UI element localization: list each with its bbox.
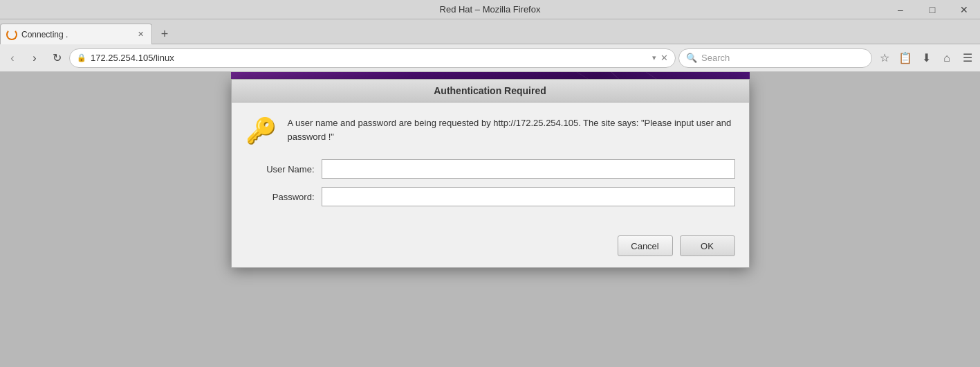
password-input[interactable] xyxy=(322,187,735,206)
refresh-button[interactable]: ↻ xyxy=(47,48,66,68)
loading-spinner xyxy=(6,29,17,40)
menu-button[interactable]: ☰ xyxy=(958,48,977,68)
forward-button[interactable]: › xyxy=(25,48,44,68)
nav-bar: ‹ › ↻ 🔒 172.25.254.105/linux ▾ ✕ 🔍 Searc… xyxy=(0,44,980,72)
home-button[interactable]: ⌂ xyxy=(937,48,956,68)
username-label: User Name: xyxy=(246,164,315,174)
dialog-title: Authentication Required xyxy=(434,85,546,96)
page-content: RED HAT® ENTERPRISE LINUX® 7 performance… xyxy=(0,72,980,367)
minimize-button[interactable]: – xyxy=(885,0,916,19)
lock-icon: 🔒 xyxy=(77,53,86,62)
search-icon: 🔍 xyxy=(686,53,697,63)
dialog-footer: Cancel OK xyxy=(232,229,749,267)
new-tab-button[interactable]: + xyxy=(155,24,174,44)
address-bar[interactable]: 🔒 172.25.254.105/linux ▾ ✕ xyxy=(69,48,676,68)
password-label: Password: xyxy=(246,192,315,202)
ok-button[interactable]: OK xyxy=(680,235,735,256)
auth-message: A user name and password are being reque… xyxy=(288,116,735,143)
window-title: Red Hat – Mozilla Firefox xyxy=(440,4,541,15)
nav-right-buttons: ☆ 📋 ⬇ ⌂ ☰ xyxy=(875,48,977,68)
address-text: 172.25.254.105/linux xyxy=(91,53,648,63)
back-button[interactable]: ‹ xyxy=(3,48,22,68)
auth-message-row: 🔑 A user name and password are being req… xyxy=(246,116,735,145)
close-button[interactable]: ✕ xyxy=(948,0,980,19)
download-button[interactable]: ⬇ xyxy=(916,48,936,68)
cancel-button[interactable]: Cancel xyxy=(618,235,673,256)
dialog-body: 🔑 A user name and password are being req… xyxy=(232,102,749,229)
reader-button[interactable]: 📋 xyxy=(896,48,915,68)
username-row: User Name: xyxy=(246,159,735,179)
maximize-button[interactable]: □ xyxy=(916,0,948,19)
window-controls: – □ ✕ xyxy=(885,0,980,19)
password-row: Password: xyxy=(246,187,735,206)
tab-title: Connecting . xyxy=(21,30,131,39)
dialog-header: Authentication Required xyxy=(232,80,749,102)
address-dropdown-icon[interactable]: ▾ xyxy=(652,53,656,62)
tab-bar: Connecting . ✕ + xyxy=(0,19,980,44)
active-tab[interactable]: Connecting . ✕ xyxy=(0,24,152,44)
bookmark-button[interactable]: ☆ xyxy=(875,48,894,68)
key-icon: 🔑 xyxy=(246,116,277,145)
username-input[interactable] xyxy=(322,159,735,179)
title-bar: Red Hat – Mozilla Firefox – □ ✕ xyxy=(0,0,980,19)
search-placeholder: Search xyxy=(701,53,865,63)
auth-dialog: Authentication Required 🔑 A user name an… xyxy=(231,79,750,268)
search-bar[interactable]: 🔍 Search xyxy=(678,48,872,68)
tab-close-button[interactable]: ✕ xyxy=(135,29,146,40)
address-clear-button[interactable]: ✕ xyxy=(660,53,668,63)
